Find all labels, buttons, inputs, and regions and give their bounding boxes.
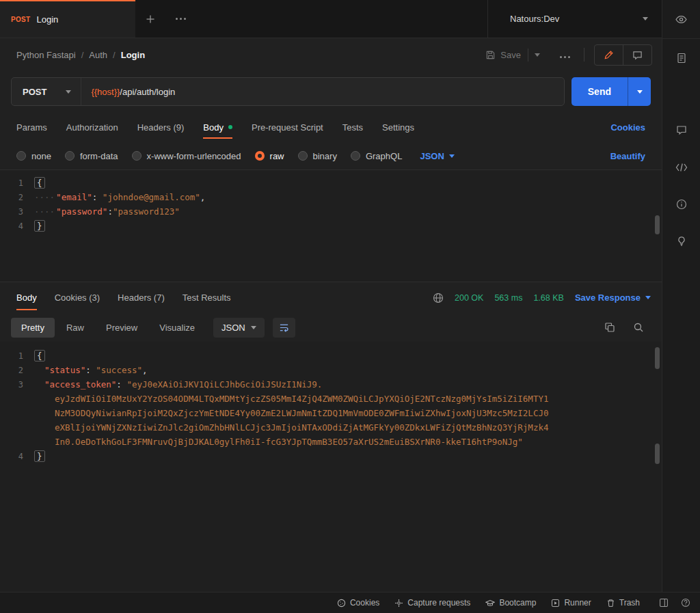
environment-eye-icon[interactable] (672, 11, 691, 27)
ellipsis-icon (560, 56, 570, 58)
statusbar-cookies[interactable]: Cookies (337, 598, 379, 608)
scrollbar-thumb[interactable] (655, 215, 660, 234)
comments-button[interactable] (623, 45, 651, 65)
tab-body[interactable]: Body (203, 112, 232, 142)
url-input[interactable]: {{host}}/api/auth/login (81, 87, 175, 97)
body-type-graphql[interactable]: GraphQL (351, 151, 402, 161)
save-button[interactable]: Save (479, 45, 528, 65)
request-tab-login[interactable]: POST Login (0, 0, 135, 38)
code-line: 1 { (0, 176, 662, 190)
fold-brace[interactable]: } (34, 220, 45, 232)
view-visualize-button[interactable]: Visualize (149, 318, 205, 338)
tab-options-button[interactable] (165, 0, 196, 38)
statusbar-runner[interactable]: Runner (551, 598, 591, 608)
breadcrumb-separator: / (113, 50, 116, 60)
raw-format-selector[interactable]: JSON (420, 151, 454, 161)
response-tab-test-results[interactable]: Test Results (183, 282, 231, 314)
chevron-down-icon (449, 154, 455, 158)
breadcrumb-separator: / (81, 50, 84, 60)
doc-comment-group (594, 44, 652, 66)
radio-icon (351, 151, 360, 161)
view-preview-button[interactable]: Preview (96, 318, 148, 338)
tab-method-badge: POST (11, 16, 30, 23)
url-path: /api/auth/login (120, 87, 175, 97)
statusbar-bootcamp[interactable]: Bootcamp (485, 598, 536, 608)
body-type-binary[interactable]: binary (298, 151, 337, 161)
fold-brace[interactable]: { (34, 350, 45, 362)
info-icon[interactable] (672, 196, 691, 213)
tab-authorization[interactable]: Authorization (66, 112, 118, 142)
code-line-wrapped: In0.OeDoTkhGoLF3FMNruvQjBjDJKAL0gylFh0iI… (0, 435, 662, 449)
divider (584, 48, 584, 62)
breadcrumb-folder[interactable]: Auth (89, 50, 107, 60)
response-time[interactable]: 563 ms (494, 293, 522, 303)
graduation-cap-icon (485, 599, 495, 608)
response-size[interactable]: 1.68 KB (533, 293, 563, 303)
chevron-down-icon (637, 90, 643, 94)
indent-guide (34, 192, 56, 202)
code-line: 2 "email": "johndoe@gmail.com", (0, 190, 662, 204)
response-tab-cookies[interactable]: Cookies (3) (55, 282, 100, 314)
runner-play-icon (551, 599, 560, 608)
code-line: 3 "access_token": "eyJ0eXAiOiJKV1QiLCJhb… (0, 377, 662, 392)
search-response-button[interactable] (633, 322, 644, 333)
tab-pre-request-script[interactable]: Pre-request Script (252, 112, 323, 142)
method-selector[interactable]: POST (12, 78, 81, 105)
request-more-actions-button[interactable] (556, 46, 574, 64)
fold-brace[interactable]: { (34, 177, 45, 189)
view-pretty-button[interactable]: Pretty (11, 318, 55, 338)
save-response-button[interactable]: Save Response (575, 292, 651, 303)
send-options-button[interactable] (628, 77, 651, 106)
save-options-button[interactable] (528, 49, 546, 62)
copy-response-button[interactable] (604, 322, 615, 333)
request-url-row: POST {{host}}/api/auth/login Send (0, 71, 662, 112)
breadcrumb-workspace[interactable]: Python Fastapi (16, 50, 76, 60)
response-tab-body[interactable]: Body (16, 282, 37, 314)
request-body-editor[interactable]: 1 { 2 "email": "johndoe@gmail.com", 3 "p… (0, 169, 662, 282)
body-type-urlencoded[interactable]: x-www-form-urlencoded (132, 151, 241, 161)
statusbar-trash[interactable]: Trash (606, 598, 640, 608)
lightbulb-icon[interactable] (672, 233, 691, 249)
panel-layout-icon[interactable] (659, 598, 669, 608)
response-body-viewer[interactable]: 1 { 2 "status": "success", 3 "access_tok… (0, 342, 662, 592)
tab-tests[interactable]: Tests (342, 112, 363, 142)
cookies-link[interactable]: Cookies (610, 122, 645, 133)
response-header: Body Cookies (3) Headers (7) Test Result… (0, 282, 662, 313)
response-tab-headers[interactable]: Headers (7) (118, 282, 165, 314)
network-globe-icon[interactable] (433, 292, 444, 303)
response-format-selector[interactable]: JSON (213, 318, 265, 338)
code-line-wrapped: eXBlIjoiYWNjZXNzIiwiZnJlc2giOmZhbHNlLCJj… (0, 420, 662, 435)
code-snippet-icon[interactable] (672, 159, 691, 176)
cookie-icon (337, 599, 346, 608)
environment-name: Natours:Dev (510, 14, 643, 24)
radio-icon (16, 151, 26, 161)
tab-settings[interactable]: Settings (382, 112, 414, 142)
comments-icon[interactable] (672, 122, 691, 138)
statusbar-capture-requests[interactable]: Capture requests (394, 598, 470, 608)
body-type-form-data[interactable]: form-data (65, 151, 118, 161)
help-icon[interactable] (681, 598, 690, 608)
documentation-icon[interactable] (672, 50, 691, 66)
send-button[interactable]: Send (571, 77, 628, 106)
response-toolbar: Pretty Raw Preview Visualize JSON (0, 313, 662, 342)
tab-bar: POST Login Natours:Dev (0, 0, 662, 38)
fold-brace[interactable]: } (34, 450, 45, 462)
scrollbar-mark (655, 444, 660, 464)
scrollbar-thumb[interactable] (655, 347, 660, 369)
body-type-raw[interactable]: raw (255, 151, 284, 161)
trash-icon (606, 599, 615, 608)
wrap-lines-button[interactable] (273, 318, 295, 338)
json-string: "password123" (113, 206, 180, 217)
environment-selector[interactable]: Natours:Dev (487, 0, 662, 38)
tab-headers[interactable]: Headers (9) (137, 112, 185, 142)
json-key: "access_token" (44, 379, 116, 390)
new-tab-button[interactable] (135, 0, 165, 38)
breadcrumb-row: Python Fastapi / Auth / Login Save (0, 38, 662, 71)
status-badge[interactable]: 200 OK (455, 293, 483, 303)
body-type-none[interactable]: none (16, 151, 51, 161)
view-raw-button[interactable]: Raw (56, 318, 94, 338)
beautify-link[interactable]: Beautify (610, 151, 645, 161)
tab-params[interactable]: Params (16, 112, 47, 142)
edit-documentation-button[interactable] (595, 45, 623, 65)
breadcrumb-request[interactable]: Login (121, 50, 145, 60)
